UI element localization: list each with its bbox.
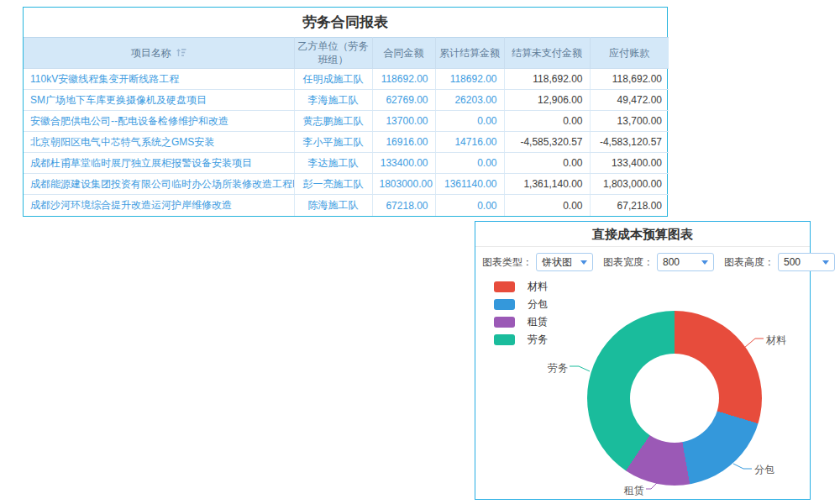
project-name-cell[interactable]: 成都能源建设集团投资有限公司临时办公场所装修改造工程EPC [24, 174, 294, 195]
project-name-cell[interactable]: 110kV安徽线程集变开断线路工程 [24, 69, 294, 90]
legend-label: 租赁 [528, 315, 548, 329]
table-row[interactable]: 安徽合肥供电公司--配电设备检修维护和改造黄志鹏施工队13700.000.000… [24, 111, 669, 132]
settled-amount-cell: 1361140.00 [435, 174, 504, 195]
chart-height-select[interactable]: 500 [778, 253, 835, 271]
settled-amount-cell: 14716.00 [435, 132, 504, 153]
unit-cell: 李海施工队 [294, 90, 372, 111]
legend-swatch [494, 334, 515, 345]
slice-label-subcontract: 分包 [754, 463, 774, 477]
payable-cell: -4,583,120.57 [590, 132, 669, 153]
sort-icon[interactable] [176, 48, 186, 57]
unit-cell: 李小平施工队 [294, 132, 372, 153]
column-header-unit: 乙方单位（劳务班组） [294, 38, 372, 69]
chart-height-label: 图表高度： [724, 255, 774, 270]
chart-type-control: 图表类型： 饼状图 [482, 253, 593, 271]
legend-label: 劳务 [528, 333, 548, 347]
column-header-contract-amount: 合同金额 [372, 38, 435, 69]
project-name-cell[interactable]: 成都杜甫草堂临时展厅独立展柜报警设备安装项目 [24, 153, 294, 174]
slice-label-rental: 租赁 [624, 484, 644, 498]
settled-amount-cell: 0.00 [435, 195, 504, 216]
donut-chart[interactable] [587, 311, 762, 486]
table-row[interactable]: 成都能源建设集团投资有限公司临时办公场所装修改造工程EPC彭一亮施工队18030… [24, 174, 669, 195]
project-name-cell[interactable]: 安徽合肥供电公司--配电设备检修维护和改造 [24, 111, 294, 132]
legend-item-材料[interactable]: 材料 [494, 281, 548, 292]
unit-cell: 彭一亮施工队 [294, 174, 372, 195]
table-row[interactable]: 成都沙河环境综合提升改造运河护岸维修改造陈海施工队67218.000.000.0… [24, 195, 669, 216]
column-header-settled-amount: 累计结算金额 [435, 38, 504, 69]
unpaid-amount-cell: 12,906.00 [504, 90, 590, 111]
payable-cell: 13,700.00 [590, 111, 669, 132]
slice-label-materials: 材料 [766, 333, 786, 348]
contract-amount-cell: 1803000.00 [372, 174, 435, 195]
payable-cell: 1,803,000.00 [590, 174, 669, 195]
contract-amount-cell: 16916.00 [372, 132, 435, 153]
column-header-project-name[interactable]: 项目名称 [24, 38, 294, 69]
chart-title: 直接成本预算图表 [475, 222, 810, 247]
table-row[interactable]: 北京朝阳区电气中芯特气系统之GMS安装李小平施工队16916.0014716.0… [24, 132, 669, 153]
labor-contract-report-panel: 劳务合同报表 项目名称 乙方单位（劳务班组） 合同金额 累计结算金额 结算未支付… [23, 7, 668, 217]
project-name-cell[interactable]: 北京朝阳区电气中芯特气系统之GMS安装 [24, 132, 294, 153]
unit-cell: 任明成施工队 [294, 69, 372, 90]
chevron-down-icon [822, 260, 829, 265]
settled-amount-cell: 0.00 [435, 153, 504, 174]
unpaid-amount-cell: 118,692.00 [504, 69, 590, 90]
chart-type-select[interactable]: 饼状图 [536, 253, 593, 271]
chart-controls: 图表类型： 饼状图 图表宽度： 800 图表高度： 500 [475, 247, 810, 277]
screen: 劳务合同报表 项目名称 乙方单位（劳务班组） 合同金额 累计结算金额 结算未支付… [0, 0, 840, 504]
unpaid-amount-cell: -4,585,320.57 [504, 132, 590, 153]
legend-swatch [494, 317, 515, 328]
chart-width-control: 图表宽度： 800 [603, 253, 714, 271]
unit-cell: 黄志鹏施工队 [294, 111, 372, 132]
payable-cell: 67,218.00 [590, 195, 669, 216]
table-row[interactable]: 110kV安徽线程集变开断线路工程任明成施工队118692.00118692.0… [24, 69, 669, 90]
contract-amount-cell: 62769.00 [372, 90, 435, 111]
chart-type-label: 图表类型： [482, 255, 533, 270]
chevron-down-icon [701, 260, 708, 265]
legend-item-租赁[interactable]: 租赁 [494, 317, 548, 328]
contract-amount-cell: 118692.00 [372, 69, 435, 90]
legend-item-劳务[interactable]: 劳务 [494, 334, 548, 345]
report-table: 项目名称 乙方单位（劳务班组） 合同金额 累计结算金额 结算未支付金额 应付账款… [24, 37, 669, 216]
payable-cell: 49,472.00 [590, 90, 669, 111]
unpaid-amount-cell: 0.00 [504, 111, 590, 132]
contract-amount-cell: 13700.00 [372, 111, 435, 132]
contract-amount-cell: 133400.00 [372, 153, 435, 174]
unit-cell: 李达施工队 [294, 153, 372, 174]
legend-item-分包[interactable]: 分包 [494, 299, 548, 310]
chart-legend: 材料分包租赁劳务 [494, 281, 548, 352]
table-header-row: 项目名称 乙方单位（劳务班组） 合同金额 累计结算金额 结算未支付金额 应付账款 [24, 38, 669, 69]
project-name-cell[interactable]: SM广场地下车库更换摄像机及硬盘项目 [24, 90, 294, 111]
column-header-payable: 应付账款 [590, 38, 669, 69]
report-title: 劳务合同报表 [24, 8, 667, 37]
table-row[interactable]: 成都杜甫草堂临时展厅独立展柜报警设备安装项目李达施工队133400.000.00… [24, 153, 669, 174]
legend-label: 分包 [528, 297, 548, 312]
settled-amount-cell: 118692.00 [435, 69, 504, 90]
contract-amount-cell: 67218.00 [372, 195, 435, 216]
legend-swatch [494, 281, 515, 292]
donut-hole [630, 354, 719, 443]
unpaid-amount-cell: 0.00 [504, 195, 590, 216]
project-name-cell[interactable]: 成都沙河环境综合提升改造运河护岸维修改造 [24, 195, 294, 216]
chart-height-control: 图表高度： 500 [724, 253, 835, 271]
pie-chart-area: 材料分包租赁劳务 材料 分包 租赁 劳务 [475, 277, 810, 498]
column-header-unpaid-amount: 结算未支付金额 [504, 38, 590, 69]
legend-label: 材料 [528, 280, 548, 294]
unpaid-amount-cell: 1,361,140.00 [504, 174, 590, 195]
payable-cell: 118,692.00 [590, 69, 669, 90]
unpaid-amount-cell: 0.00 [504, 153, 590, 174]
chart-width-select[interactable]: 800 [657, 253, 714, 271]
unit-cell: 陈海施工队 [294, 195, 372, 216]
slice-label-labor: 劳务 [548, 361, 568, 375]
direct-cost-chart-panel: 直接成本预算图表 图表类型： 饼状图 图表宽度： 800 图表高度： 500 [475, 221, 811, 500]
chevron-down-icon [580, 260, 587, 265]
settled-amount-cell: 0.00 [435, 111, 504, 132]
table-row[interactable]: SM广场地下车库更换摄像机及硬盘项目李海施工队62769.0026203.001… [24, 90, 669, 111]
legend-swatch [494, 299, 515, 310]
chart-width-label: 图表宽度： [603, 255, 654, 270]
settled-amount-cell: 26203.00 [435, 90, 504, 111]
payable-cell: 133,400.00 [590, 153, 669, 174]
